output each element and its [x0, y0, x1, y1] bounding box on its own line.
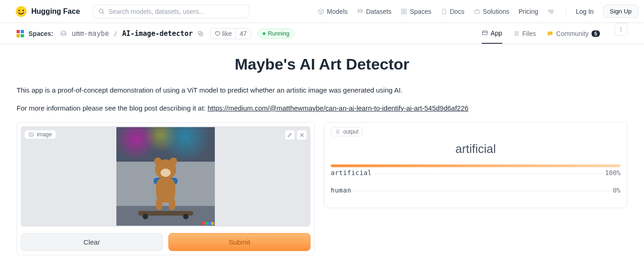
svg-rect-7 — [358, 9, 362, 11]
svg-rect-13 — [474, 10, 479, 13]
brand[interactable]: Hugging Face — [6, 5, 80, 18]
result-row: human0% — [331, 182, 621, 194]
more-menu[interactable] — [547, 8, 556, 15]
copy-icon[interactable] — [197, 30, 204, 37]
breadcrumb-user[interactable]: umm-maybe — [72, 29, 109, 38]
search-box[interactable] — [93, 5, 249, 18]
nav-spaces[interactable]: Spaces — [401, 8, 431, 15]
svg-rect-36 — [29, 133, 34, 136]
search-icon — [98, 8, 105, 15]
svg-rect-25 — [482, 31, 487, 35]
nav-pricing[interactable]: Pricing — [518, 8, 538, 15]
app-title: Maybe's AI Art Detector — [17, 55, 627, 73]
image-icon — [29, 132, 34, 137]
svg-rect-12 — [404, 12, 406, 14]
app-body: Maybe's AI Art Detector This app is a pr… — [0, 44, 644, 266]
svg-point-5 — [99, 9, 103, 13]
breadcrumb-repo[interactable]: AI-image-detector — [122, 29, 193, 38]
nav-datasets[interactable]: Datasets — [357, 8, 391, 15]
svg-point-34 — [621, 29, 621, 30]
nav-models[interactable]: Models — [318, 8, 348, 15]
image-dropzone[interactable]: image — [21, 126, 310, 227]
image-label: image — [24, 130, 56, 139]
huggingface-logo-icon — [15, 5, 28, 18]
output-label: output — [331, 127, 362, 136]
app-icon — [482, 30, 488, 36]
repo-more-menu[interactable] — [615, 23, 627, 36]
list-icon — [335, 129, 340, 134]
spaces-color-icon — [17, 30, 24, 37]
like-pill[interactable]: like 47 — [210, 28, 251, 39]
login-link[interactable]: Log In — [576, 8, 594, 15]
svg-point-37 — [30, 134, 31, 134]
svg-point-35 — [621, 31, 621, 32]
stack-icon — [357, 8, 363, 15]
svg-point-1 — [18, 10, 20, 11]
brand-name: Hugging Face — [31, 7, 80, 16]
svg-rect-20 — [21, 34, 24, 37]
svg-point-33 — [621, 27, 621, 28]
document-icon — [441, 8, 447, 15]
heart-icon — [214, 30, 220, 36]
result-name: artificial — [331, 169, 372, 176]
cube-icon — [318, 8, 324, 15]
app-description-1: This app is a proof-of-concept demonstra… — [17, 86, 627, 94]
top-nav: Models Datasets Spaces Docs — [318, 5, 638, 18]
svg-point-4 — [24, 12, 25, 13]
submit-button[interactable]: Submit — [168, 233, 310, 251]
tab-app[interactable]: App — [482, 23, 502, 44]
svg-rect-8 — [358, 11, 362, 12]
blog-link[interactable]: https://medium.com/@matthewmaybe/can-an-… — [207, 104, 468, 112]
output-top-label: artificial — [331, 142, 621, 156]
svg-point-3 — [17, 12, 18, 13]
search-input[interactable] — [109, 8, 244, 15]
edit-image-button[interactable] — [285, 130, 295, 140]
chat-icon — [547, 30, 553, 37]
input-panel: image — [17, 122, 315, 255]
tab-community[interactable]: Community 5 — [547, 23, 600, 44]
top-header: Hugging Face Models Datasets — [0, 0, 644, 23]
breadcrumb-section: Spaces: — [29, 30, 53, 37]
svg-point-0 — [16, 6, 26, 17]
grid-icon — [401, 8, 407, 15]
app-description-2: For more information please see the blog… — [17, 104, 627, 112]
clear-button[interactable]: Clear — [21, 233, 163, 251]
files-icon — [513, 30, 520, 37]
svg-rect-11 — [402, 12, 403, 14]
svg-rect-9 — [402, 9, 403, 11]
user-avatar-icon — [60, 30, 67, 37]
like-count: 47 — [236, 29, 251, 39]
svg-point-2 — [23, 10, 24, 11]
result-bar — [331, 164, 621, 167]
svg-rect-18 — [21, 30, 24, 33]
repo-tabs: App Files Community 5 — [482, 23, 627, 44]
svg-line-6 — [103, 12, 104, 14]
uploaded-image — [116, 127, 215, 226]
nav-docs[interactable]: Docs — [441, 8, 465, 15]
result-pct: 100% — [605, 169, 621, 176]
result-row: artificial100% — [331, 164, 621, 176]
briefcase-icon — [474, 8, 480, 15]
result-name: human — [331, 187, 351, 194]
status-dot-icon — [263, 32, 265, 35]
svg-rect-19 — [17, 34, 20, 37]
status-pill: Running — [258, 29, 295, 39]
result-pct: 0% — [613, 187, 621, 194]
nav-solutions[interactable]: Solutions — [474, 8, 510, 15]
output-panel: output artificial artificial100%human0% — [324, 122, 627, 208]
clear-image-button[interactable] — [297, 130, 307, 140]
signup-button[interactable]: Sign Up — [603, 5, 638, 18]
svg-rect-10 — [404, 9, 406, 11]
svg-point-22 — [62, 31, 64, 34]
community-count-badge: 5 — [592, 30, 600, 37]
repo-header: Spaces: umm-maybe / AI-image-detector li… — [0, 23, 644, 44]
svg-rect-17 — [17, 30, 20, 33]
tab-files[interactable]: Files — [513, 23, 536, 44]
